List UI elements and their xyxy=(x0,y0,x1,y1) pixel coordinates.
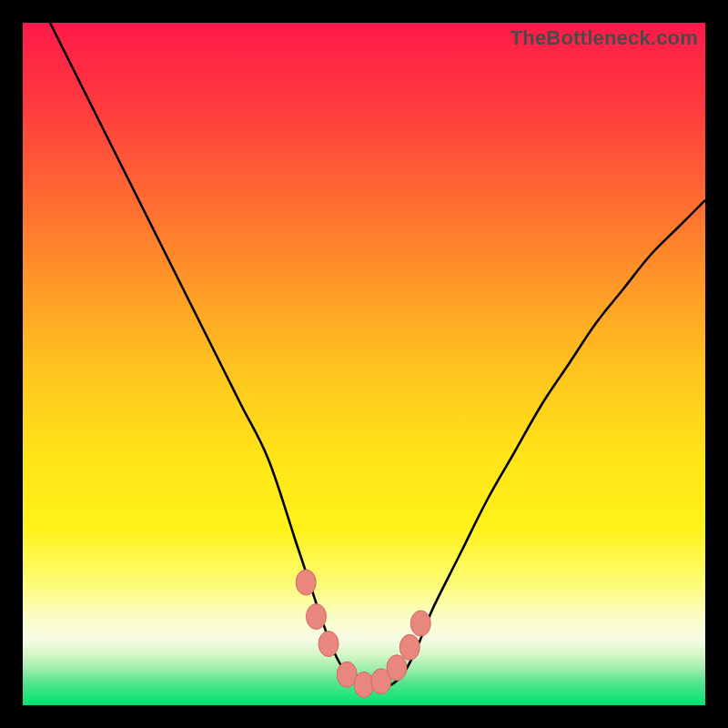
chart-overlay xyxy=(23,23,705,705)
outer-frame: TheBottleneck.com xyxy=(0,0,728,728)
marker-point xyxy=(410,611,430,636)
marker-point xyxy=(399,634,420,660)
watermark-text: TheBottleneck.com xyxy=(511,26,698,50)
marker-point xyxy=(307,604,327,630)
marker-point xyxy=(387,655,407,681)
marker-point xyxy=(296,570,316,595)
bottleneck-curve xyxy=(23,23,705,688)
marker-point xyxy=(318,632,339,657)
highlight-markers xyxy=(296,570,430,698)
plot-area: TheBottleneck.com xyxy=(23,23,705,705)
